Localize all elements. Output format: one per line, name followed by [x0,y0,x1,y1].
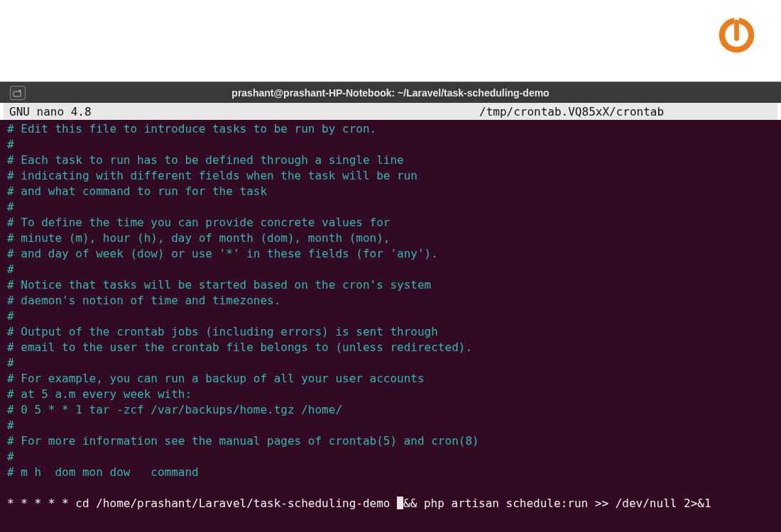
header-area [0,0,781,82]
nano-version: GNU nano 4.8 [4,105,92,118]
new-tab-button[interactable] [10,86,26,100]
nano-filename: /tmp/crontab.VQ85xX/crontab [479,105,664,118]
text-cursor [397,497,403,509]
crontab-blank-line [7,480,777,496]
nano-status-bar: GNU nano 4.8 /tmp/crontab.VQ85xX/crontab [4,103,777,120]
svg-rect-4 [734,20,739,41]
window-titlebar: prashant@prashant-HP-Notebook: ~/Laravel… [0,82,781,103]
crontab-comments: # Edit this file to introduce tasks to b… [7,121,777,480]
crontab-command-line: * * * * * cd /home/prashant/Laravel/task… [7,496,777,511]
window-title: prashant@prashant-HP-Notebook: ~/Laravel… [0,87,781,99]
svg-rect-5 [13,92,21,96]
brand-b-icon [717,16,756,55]
nano-editor-viewport[interactable]: # Edit this file to introduce tasks to b… [0,120,781,532]
